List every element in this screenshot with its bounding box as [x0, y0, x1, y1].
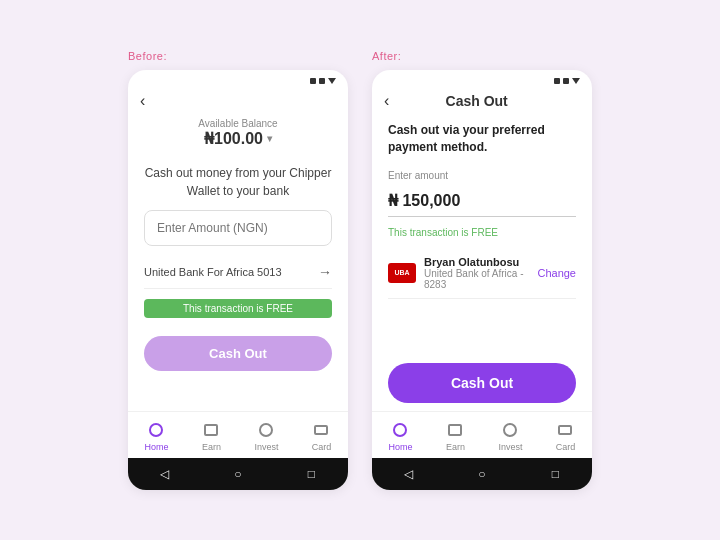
- after-bank-holder: Bryan Olatunbosu: [424, 256, 529, 268]
- after-status-arrow: [572, 78, 580, 84]
- after-bank-card: UBA Bryan Olatunbosu United Bank of Afri…: [388, 248, 576, 299]
- status-arrow: [328, 78, 336, 84]
- home-icon: [146, 420, 166, 440]
- invest-icon: [256, 420, 276, 440]
- after-amount-value: ₦ 150,000: [388, 191, 576, 217]
- before-bank-arrow[interactable]: →: [318, 264, 332, 280]
- after-phone: ‹ Cash Out Cash out via your preferred p…: [372, 70, 592, 490]
- before-amount-input[interactable]: [144, 210, 332, 246]
- before-nav-card[interactable]: Card: [311, 420, 331, 452]
- after-earn-box-icon: [448, 424, 462, 436]
- after-free-text: This transaction is FREE: [388, 227, 576, 238]
- after-android-bar: ◁ ○ □: [372, 458, 592, 490]
- before-description: Cash out money from your Chipper Wallet …: [144, 164, 332, 200]
- before-balance-chevron[interactable]: ▾: [267, 133, 272, 144]
- invest-circle-icon: [259, 423, 273, 437]
- after-status-bar: [372, 70, 592, 88]
- before-nav-card-label: Card: [312, 442, 332, 452]
- after-nav-card-label: Card: [556, 442, 576, 452]
- after-earn-icon: [445, 420, 465, 440]
- before-label: Before:: [128, 50, 348, 62]
- after-android-back[interactable]: ◁: [401, 466, 417, 482]
- earn-icon: [201, 420, 221, 440]
- before-phone-body: Cash out money from your Chipper Wallet …: [128, 156, 348, 379]
- before-nav-earn[interactable]: Earn: [201, 420, 221, 452]
- before-cashout-button[interactable]: Cash Out: [144, 336, 332, 371]
- after-status-dot-1: [554, 78, 560, 84]
- before-nav-home-label: Home: [144, 442, 168, 452]
- before-section: Before: ‹ Available Balance ₦100.00 ▾: [128, 50, 348, 490]
- after-bottom-nav: Home Earn Invest: [372, 411, 592, 458]
- after-subtitle: Cash out via your preferred payment meth…: [388, 122, 576, 160]
- after-bank-logo-text: UBA: [394, 269, 409, 276]
- main-container: Before: ‹ Available Balance ₦100.00 ▾: [0, 30, 720, 510]
- before-android-back[interactable]: ◁: [157, 466, 173, 482]
- after-nav-home-label: Home: [388, 442, 412, 452]
- home-circle-icon: [149, 423, 163, 437]
- card-rect-icon: [314, 425, 328, 435]
- earn-box-icon: [204, 424, 218, 436]
- before-nav-invest-label: Invest: [254, 442, 278, 452]
- after-phone-body: Cash out via your preferred payment meth…: [372, 114, 592, 411]
- before-balance-area: Available Balance ₦100.00 ▾: [128, 114, 348, 156]
- before-nav-earn-label: Earn: [202, 442, 221, 452]
- before-status-bar: [128, 70, 348, 88]
- after-nav-earn[interactable]: Earn: [445, 420, 465, 452]
- after-invest-icon: [500, 420, 520, 440]
- after-bank-account: United Bank of Africa - 8283: [424, 268, 529, 290]
- after-bank-info: Bryan Olatunbosu United Bank of Africa -…: [424, 256, 529, 290]
- before-android-recents[interactable]: □: [303, 466, 319, 482]
- after-bank-logo: UBA: [388, 263, 416, 283]
- status-dot-1: [310, 78, 316, 84]
- after-label: After:: [372, 50, 592, 62]
- after-nav-bar: ‹ Cash Out: [372, 88, 592, 114]
- after-nav-card[interactable]: Card: [555, 420, 575, 452]
- after-nav-invest[interactable]: Invest: [498, 420, 522, 452]
- after-screen-title: Cash Out: [389, 93, 564, 109]
- before-nav-home[interactable]: Home: [144, 420, 168, 452]
- before-balance-value: ₦100.00: [204, 129, 263, 148]
- after-nav-invest-label: Invest: [498, 442, 522, 452]
- after-android-recents[interactable]: □: [547, 466, 563, 482]
- after-card-rect-icon: [558, 425, 572, 435]
- after-nav-home[interactable]: Home: [388, 420, 412, 452]
- after-amount-label: Enter amount: [388, 170, 576, 181]
- before-bank-row: United Bank For Africa 5013 →: [144, 256, 332, 289]
- before-nav-invest[interactable]: Invest: [254, 420, 278, 452]
- status-dot-2: [319, 78, 325, 84]
- after-invest-circle-icon: [503, 423, 517, 437]
- before-back-button[interactable]: ‹: [140, 92, 145, 110]
- before-bank-name: United Bank For Africa 5013: [144, 266, 282, 278]
- after-inner-spacer: [388, 309, 576, 353]
- after-status-dot-2: [563, 78, 569, 84]
- after-cashout-button[interactable]: Cash Out: [388, 363, 576, 403]
- before-free-badge: This transaction is FREE: [144, 299, 332, 318]
- before-nav-bar: ‹: [128, 88, 348, 114]
- after-nav-earn-label: Earn: [446, 442, 465, 452]
- after-android-home[interactable]: ○: [474, 466, 490, 482]
- before-bottom-nav: Home Earn Invest: [128, 411, 348, 458]
- before-android-bar: ◁ ○ □: [128, 458, 348, 490]
- before-phone: ‹ Available Balance ₦100.00 ▾ Cash out m…: [128, 70, 348, 490]
- before-spacer: [128, 379, 348, 411]
- after-card-icon: [555, 420, 575, 440]
- after-home-icon: [390, 420, 410, 440]
- before-balance-label: Available Balance: [140, 118, 336, 129]
- after-home-circle-icon: [393, 423, 407, 437]
- after-section: After: ‹ Cash Out Cash out via your pref…: [372, 50, 592, 490]
- before-balance-amount: ₦100.00 ▾: [140, 129, 336, 148]
- after-change-button[interactable]: Change: [537, 267, 576, 279]
- before-android-home[interactable]: ○: [230, 466, 246, 482]
- card-icon: [311, 420, 331, 440]
